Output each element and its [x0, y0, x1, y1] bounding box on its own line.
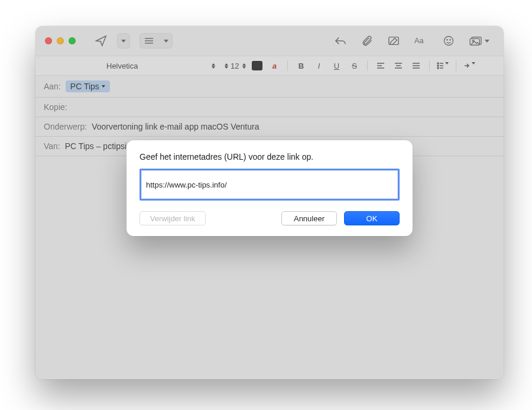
- updown-icon: [225, 63, 228, 69]
- italic-button[interactable]: I: [313, 62, 325, 70]
- svg-point-6: [447, 40, 447, 40]
- divider: [429, 60, 430, 71]
- cc-label: Kopie:: [44, 102, 67, 112]
- list-style-button[interactable]: [437, 62, 449, 69]
- svg-point-22: [437, 65, 439, 66]
- svg-point-24: [437, 67, 439, 69]
- updown-icon: [242, 63, 246, 69]
- ok-button[interactable]: OK: [344, 211, 400, 225]
- underline-button[interactable]: U: [330, 62, 342, 70]
- svg-point-20: [437, 63, 439, 64]
- chevron-down-icon: [164, 40, 168, 43]
- url-input[interactable]: [140, 169, 400, 201]
- text-color-swatch[interactable]: [252, 61, 262, 70]
- minimize-window-button[interactable]: [57, 37, 64, 44]
- format-bar: Helvetica 12 a B I U S: [35, 56, 504, 76]
- header-fields-menu[interactable]: [140, 33, 173, 49]
- reply-button[interactable]: [329, 33, 352, 49]
- send-menu[interactable]: [117, 33, 130, 49]
- align-center-button[interactable]: [392, 62, 404, 69]
- divider: [367, 60, 368, 71]
- font-size-select[interactable]: 12: [225, 62, 246, 70]
- indent-button[interactable]: [463, 62, 475, 69]
- format-button[interactable]: Aa: [410, 33, 433, 49]
- divider: [456, 60, 456, 71]
- to-label: Aan:: [44, 82, 61, 91]
- subject-label: Onderwerp:: [44, 122, 87, 131]
- highlight-color-button[interactable]: a: [268, 62, 280, 70]
- titlebar: Aa: [35, 26, 504, 56]
- updown-icon: [212, 63, 215, 69]
- recipient-name: PC Tips: [70, 82, 99, 91]
- subject-row[interactable]: Onderwerp: Voorvertoning link e-mail app…: [35, 117, 504, 137]
- window-controls: [45, 37, 76, 44]
- recipient-pill[interactable]: PC Tips: [66, 80, 110, 92]
- dialog-actions: Verwijder link Annuleer OK: [140, 211, 400, 225]
- align-justify-button[interactable]: [410, 62, 422, 69]
- link-dialog: Geef het internetadres (URL) voor deze l…: [126, 140, 413, 236]
- cc-row[interactable]: Kopie:: [35, 98, 504, 117]
- divider: [287, 60, 288, 71]
- from-label: Van:: [44, 141, 60, 151]
- from-value: PC Tips – pctipsin: [65, 141, 131, 151]
- markup-button[interactable]: [382, 33, 405, 49]
- subject-value: Voorvertoning link e-mail app macOS Vent…: [92, 122, 259, 131]
- strikethrough-button[interactable]: S: [348, 62, 360, 70]
- svg-text:Aa: Aa: [414, 36, 424, 45]
- send-button[interactable]: [90, 33, 112, 49]
- to-row[interactable]: Aan: PC Tips: [35, 76, 504, 98]
- remove-link-button[interactable]: Verwijder link: [140, 211, 206, 225]
- font-family-label: Helvetica: [106, 62, 138, 70]
- svg-point-5: [445, 37, 453, 46]
- chevron-down-icon: [121, 40, 126, 43]
- chevron-down-icon: [102, 85, 105, 88]
- zoom-window-button[interactable]: [69, 37, 76, 44]
- emoji-button[interactable]: [438, 33, 459, 49]
- attach-button[interactable]: [356, 33, 378, 49]
- cancel-button[interactable]: Annuleer: [281, 211, 337, 225]
- bold-button[interactable]: B: [295, 62, 307, 70]
- list-icon: [140, 34, 159, 48]
- font-family-select[interactable]: Helvetica: [100, 59, 219, 72]
- font-size-label: 12: [231, 62, 239, 70]
- dialog-title: Geef het internetadres (URL) voor deze l…: [140, 152, 400, 162]
- photos-button[interactable]: [464, 33, 494, 49]
- align-left-button[interactable]: [375, 62, 387, 69]
- close-window-button[interactable]: [45, 37, 52, 44]
- svg-point-7: [450, 40, 450, 40]
- chevron-down-icon: [485, 40, 489, 43]
- compose-window: Aa Helvetica 12 a B: [35, 26, 504, 379]
